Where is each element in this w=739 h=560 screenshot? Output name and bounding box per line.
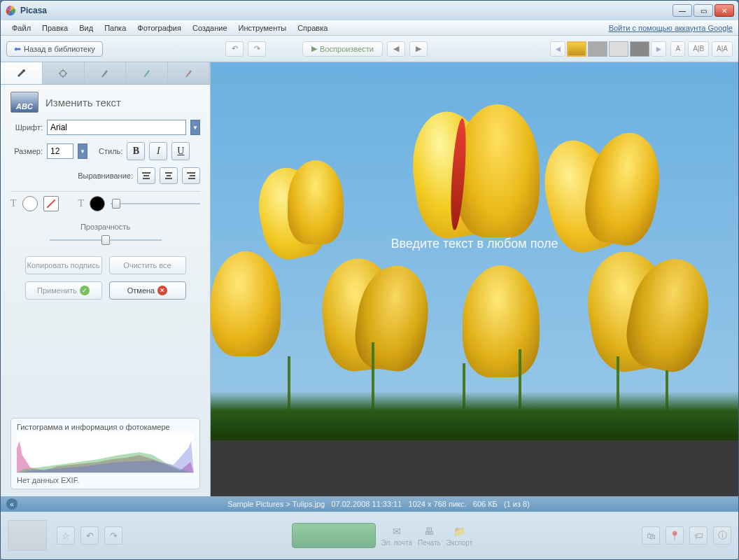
menu-help[interactable]: Справка	[292, 22, 333, 34]
menu-edit[interactable]: Правка	[36, 22, 73, 34]
tray-thumbnail[interactable]	[8, 520, 47, 551]
apply-button[interactable]: Применить ✓	[25, 281, 102, 300]
back-label: Назад в библиотеку	[24, 45, 95, 53]
view-compare-ab-button[interactable]: A|B	[688, 41, 709, 57]
bold-button[interactable]: B	[127, 142, 145, 160]
x-icon: ✕	[157, 286, 167, 295]
status-info: Sample Pictures > Tulips.jpg 07.02.2008 …	[24, 500, 733, 508]
tag-button[interactable]: 🏷	[689, 526, 708, 545]
print-button[interactable]: 🖶 Печать	[418, 525, 441, 547]
close-button[interactable]: ✕	[715, 4, 734, 17]
signin-link[interactable]: Войти с помощью аккаунта Google	[609, 24, 733, 32]
export-button[interactable]: 📁 Экспорт	[446, 525, 473, 547]
share-button[interactable]	[292, 523, 376, 548]
menu-create[interactable]: Создание	[187, 22, 233, 34]
copy-caption-button[interactable]: Копировать подпись	[25, 256, 102, 274]
back-to-library-button[interactable]: ⬅ Назад в библиотеку	[6, 41, 103, 57]
fill-none-swatch[interactable]	[43, 196, 59, 211]
thumb-prev-button[interactable]: ◄	[550, 41, 565, 57]
info-button[interactable]: ⓘ	[713, 526, 731, 545]
underline-button[interactable]: U	[171, 142, 190, 160]
maximize-button[interactable]: ▭	[694, 4, 713, 17]
rotate-ccw-button[interactable]: ↶	[225, 41, 244, 57]
svg-point-2	[60, 71, 66, 76]
menu-tools[interactable]: Инструменты	[233, 22, 293, 34]
play-slideshow-button[interactable]: ▶ Воспроизвести	[302, 41, 383, 57]
minimize-button[interactable]: —	[673, 4, 692, 17]
bottom-panel: ☆ ↶ ↷ ✉ Эл. почта 🖶 Печать 📁 Экспорт 🛍 📍…	[1, 512, 738, 559]
email-button[interactable]: ✉ Эл. почта	[381, 525, 412, 547]
picasa-logo-icon	[5, 5, 16, 16]
toolbar: ⬅ Назад в библиотеку ↶ ↷ ▶ Воспроизвести…	[1, 36, 738, 62]
align-right-button[interactable]	[182, 167, 200, 184]
geotag-button[interactable]: 📍	[666, 526, 684, 545]
svg-point-1	[22, 69, 25, 72]
prev-photo-button[interactable]: ◀	[387, 41, 405, 57]
window-title: Picasa	[20, 6, 673, 15]
status-bar: « Sample Pictures > Tulips.jpg 07.02.200…	[1, 496, 738, 512]
photo-canvas[interactable]: Введите текст в любом поле	[211, 62, 738, 440]
titlebar: Picasa — ▭ ✕	[1, 1, 738, 20]
menubar: Файл Правка Вид Папка Фотография Создани…	[1, 20, 738, 36]
font-label: Шрифт:	[10, 123, 43, 132]
tab-effects-2[interactable]	[126, 62, 168, 84]
size-input[interactable]	[47, 144, 73, 159]
clear-all-button[interactable]: Очистить все	[109, 256, 186, 274]
edit-panel: ABC Изменить текст Шрифт: ▼ Размер: ▼ Ст…	[1, 62, 211, 496]
menu-file[interactable]: Файл	[6, 22, 36, 34]
collapse-tray-button[interactable]: «	[6, 498, 17, 510]
image-viewer: Введите текст в любом поле	[211, 62, 738, 496]
rotate-cw-button[interactable]: ↷	[248, 41, 266, 57]
tab-effects-3[interactable]	[168, 62, 210, 84]
thumbnail-4[interactable]	[630, 41, 649, 57]
opacity-slider[interactable]	[50, 234, 162, 246]
outline-color-label: T	[78, 198, 85, 209]
view-single-button[interactable]: A	[670, 41, 685, 57]
export-icon: 📁	[453, 525, 467, 538]
fill-color-swatch[interactable]	[22, 196, 38, 211]
app-window: Picasa — ▭ ✕ Файл Правка Вид Папка Фотог…	[0, 0, 739, 560]
tab-tuning[interactable]	[43, 62, 85, 84]
fill-color-label: T	[10, 198, 17, 209]
edit-tabs	[1, 62, 210, 85]
cancel-button[interactable]: Отмена ✕	[109, 281, 186, 300]
arrow-left-icon: ⬅	[14, 44, 21, 54]
menu-photo[interactable]: Фотография	[132, 22, 187, 34]
tab-effects-1[interactable]	[85, 62, 127, 84]
next-photo-button[interactable]: ▶	[409, 41, 428, 57]
menu-folder[interactable]: Папка	[99, 22, 132, 34]
thumbnail-1[interactable]	[567, 41, 586, 57]
redo-button[interactable]: ↷	[104, 526, 122, 545]
histogram-box: Гистограмма и информация о фотокамере Не…	[10, 418, 200, 489]
align-center-button[interactable]	[160, 167, 178, 184]
text-tool-icon: ABC	[10, 92, 38, 113]
thumb-next-button[interactable]: ►	[651, 41, 666, 57]
align-label: Выравнивание:	[78, 172, 133, 180]
view-compare-aa-button[interactable]: A|A	[712, 41, 733, 57]
menu-view[interactable]: Вид	[73, 22, 99, 34]
size-dropdown-button[interactable]: ▼	[78, 144, 87, 159]
play-label: Воспроизвести	[320, 45, 374, 53]
tab-basic[interactable]	[1, 62, 43, 84]
align-left-button[interactable]	[137, 167, 155, 184]
opacity-label: Прозрачность	[10, 223, 200, 231]
exif-text: Нет данных EXIF.	[17, 476, 194, 484]
thumbnail-2[interactable]	[588, 41, 607, 57]
outline-width-slider[interactable]	[111, 197, 200, 210]
shop-button[interactable]: 🛍	[642, 526, 660, 545]
email-icon: ✉	[390, 525, 404, 538]
font-dropdown-button[interactable]: ▼	[190, 120, 200, 135]
play-icon: ▶	[311, 44, 317, 53]
undo-button[interactable]: ↶	[80, 526, 99, 545]
font-select[interactable]	[47, 120, 186, 135]
size-label: Размер:	[10, 147, 43, 155]
print-icon: 🖶	[422, 525, 436, 538]
italic-button[interactable]: I	[149, 142, 167, 160]
star-button[interactable]: ☆	[57, 526, 75, 545]
histogram-title: Гистограмма и информация о фотокамере	[17, 423, 194, 431]
histogram-graph	[17, 434, 194, 473]
text-overlay-placeholder[interactable]: Введите текст в любом поле	[390, 237, 558, 251]
panel-title: Изменить текст	[45, 97, 121, 108]
outline-color-swatch[interactable]	[90, 196, 105, 211]
thumbnail-3[interactable]	[609, 41, 628, 57]
